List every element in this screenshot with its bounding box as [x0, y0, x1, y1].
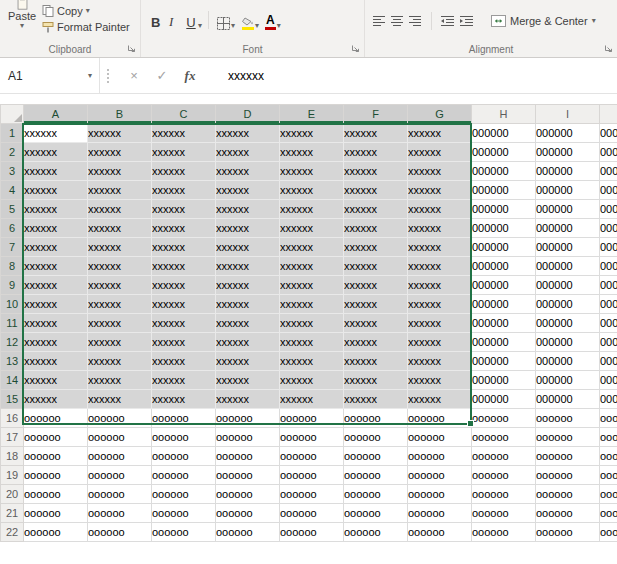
- cell-E9[interactable]: xxxxxx: [280, 276, 344, 295]
- cell-D9[interactable]: xxxxxx: [216, 276, 280, 295]
- cell-D15[interactable]: xxxxxx: [216, 390, 280, 409]
- cell-A4[interactable]: xxxxxx: [24, 181, 88, 200]
- cell-A7[interactable]: xxxxxx: [24, 238, 88, 257]
- cell-A18[interactable]: oooooo: [24, 447, 88, 466]
- cell-partial15[interactable]: 000000: [600, 390, 617, 409]
- cell-H4[interactable]: 000000: [472, 181, 536, 200]
- selection-fill-handle[interactable]: [467, 420, 474, 427]
- cell-D1[interactable]: xxxxxx: [216, 124, 280, 143]
- cell-C19[interactable]: oooooo: [152, 466, 216, 485]
- cell-G18[interactable]: oooooo: [408, 447, 472, 466]
- cell-H16[interactable]: oooooo: [472, 409, 536, 428]
- row-header-14[interactable]: 14: [1, 371, 24, 390]
- cell-partial1[interactable]: 000000: [600, 124, 617, 143]
- cell-partial3[interactable]: 000000: [600, 162, 617, 181]
- bold-button[interactable]: B: [151, 15, 167, 30]
- cell-G19[interactable]: oooooo: [408, 466, 472, 485]
- cell-E14[interactable]: xxxxxx: [280, 371, 344, 390]
- row-header-2[interactable]: 2: [1, 143, 24, 162]
- cell-F6[interactable]: xxxxxx: [344, 219, 408, 238]
- cell-G5[interactable]: xxxxxx: [408, 200, 472, 219]
- cell-B4[interactable]: xxxxxx: [88, 181, 152, 200]
- cell-F1[interactable]: xxxxxx: [344, 124, 408, 143]
- row-header-7[interactable]: 7: [1, 238, 24, 257]
- cell-G15[interactable]: xxxxxx: [408, 390, 472, 409]
- cell-partial11[interactable]: 000000: [600, 314, 617, 333]
- cell-D4[interactable]: xxxxxx: [216, 181, 280, 200]
- cell-A1[interactable]: xxxxxx: [24, 124, 88, 143]
- cell-I21[interactable]: oooooo: [536, 504, 600, 523]
- cell-D19[interactable]: oooooo: [216, 466, 280, 485]
- cell-C11[interactable]: xxxxxx: [152, 314, 216, 333]
- row-header-16[interactable]: 16: [1, 409, 24, 428]
- cell-C13[interactable]: xxxxxx: [152, 352, 216, 371]
- cell-partial22[interactable]: oooooo: [600, 523, 617, 542]
- clipboard-dialog-launcher[interactable]: [127, 44, 137, 54]
- cell-E6[interactable]: xxxxxx: [280, 219, 344, 238]
- cell-partial10[interactable]: 000000: [600, 295, 617, 314]
- cell-A2[interactable]: xxxxxx: [24, 143, 88, 162]
- cell-D18[interactable]: oooooo: [216, 447, 280, 466]
- cell-I4[interactable]: 000000: [536, 181, 600, 200]
- formula-input[interactable]: xxxxxx: [204, 69, 264, 83]
- cell-partial12[interactable]: 000000: [600, 333, 617, 352]
- cell-D2[interactable]: xxxxxx: [216, 143, 280, 162]
- cell-A22[interactable]: oooooo: [24, 523, 88, 542]
- cell-H8[interactable]: 000000: [472, 257, 536, 276]
- cell-H21[interactable]: oooooo: [472, 504, 536, 523]
- cell-B10[interactable]: xxxxxx: [88, 295, 152, 314]
- cell-A9[interactable]: xxxxxx: [24, 276, 88, 295]
- cell-A15[interactable]: xxxxxx: [24, 390, 88, 409]
- cell-D16[interactable]: oooooo: [216, 409, 280, 428]
- column-header-G[interactable]: G: [408, 105, 472, 124]
- cell-A14[interactable]: xxxxxx: [24, 371, 88, 390]
- row-header-6[interactable]: 6: [1, 219, 24, 238]
- cell-B21[interactable]: oooooo: [88, 504, 152, 523]
- cell-C4[interactable]: xxxxxx: [152, 181, 216, 200]
- cell-I6[interactable]: 000000: [536, 219, 600, 238]
- column-header-A[interactable]: A: [24, 105, 88, 124]
- cell-I19[interactable]: oooooo: [536, 466, 600, 485]
- cell-F13[interactable]: xxxxxx: [344, 352, 408, 371]
- cell-H22[interactable]: oooooo: [472, 523, 536, 542]
- column-header-partial[interactable]: [600, 105, 617, 124]
- cell-F17[interactable]: oooooo: [344, 428, 408, 447]
- cell-B7[interactable]: xxxxxx: [88, 238, 152, 257]
- cell-B5[interactable]: xxxxxx: [88, 200, 152, 219]
- cell-I9[interactable]: 000000: [536, 276, 600, 295]
- cell-A17[interactable]: oooooo: [24, 428, 88, 447]
- cell-C18[interactable]: oooooo: [152, 447, 216, 466]
- cell-B11[interactable]: xxxxxx: [88, 314, 152, 333]
- column-header-F[interactable]: F: [344, 105, 408, 124]
- italic-button[interactable]: I: [169, 14, 182, 30]
- cell-C8[interactable]: xxxxxx: [152, 257, 216, 276]
- cell-F16[interactable]: oooooo: [344, 409, 408, 428]
- column-header-E[interactable]: E: [280, 105, 344, 124]
- cell-G20[interactable]: oooooo: [408, 485, 472, 504]
- cell-G6[interactable]: xxxxxx: [408, 219, 472, 238]
- cell-G13[interactable]: xxxxxx: [408, 352, 472, 371]
- cell-H6[interactable]: 000000: [472, 219, 536, 238]
- cell-H5[interactable]: 000000: [472, 200, 536, 219]
- cell-A16[interactable]: oooooo: [24, 409, 88, 428]
- cell-H1[interactable]: 000000: [472, 124, 536, 143]
- insert-function-button[interactable]: fx: [176, 68, 204, 84]
- cell-C7[interactable]: xxxxxx: [152, 238, 216, 257]
- cell-partial17[interactable]: oooooo: [600, 428, 617, 447]
- cell-F3[interactable]: xxxxxx: [344, 162, 408, 181]
- borders-button[interactable]: ▾: [215, 17, 237, 30]
- column-header-C[interactable]: C: [152, 105, 216, 124]
- cell-H9[interactable]: 000000: [472, 276, 536, 295]
- cell-G3[interactable]: xxxxxx: [408, 162, 472, 181]
- cell-E19[interactable]: oooooo: [280, 466, 344, 485]
- cell-B17[interactable]: oooooo: [88, 428, 152, 447]
- cell-B12[interactable]: xxxxxx: [88, 333, 152, 352]
- cell-partial19[interactable]: oooooo: [600, 466, 617, 485]
- row-header-12[interactable]: 12: [1, 333, 24, 352]
- cell-G21[interactable]: oooooo: [408, 504, 472, 523]
- cell-H18[interactable]: oooooo: [472, 447, 536, 466]
- cell-G17[interactable]: oooooo: [408, 428, 472, 447]
- cell-I18[interactable]: oooooo: [536, 447, 600, 466]
- cell-C16[interactable]: oooooo: [152, 409, 216, 428]
- cell-E22[interactable]: oooooo: [280, 523, 344, 542]
